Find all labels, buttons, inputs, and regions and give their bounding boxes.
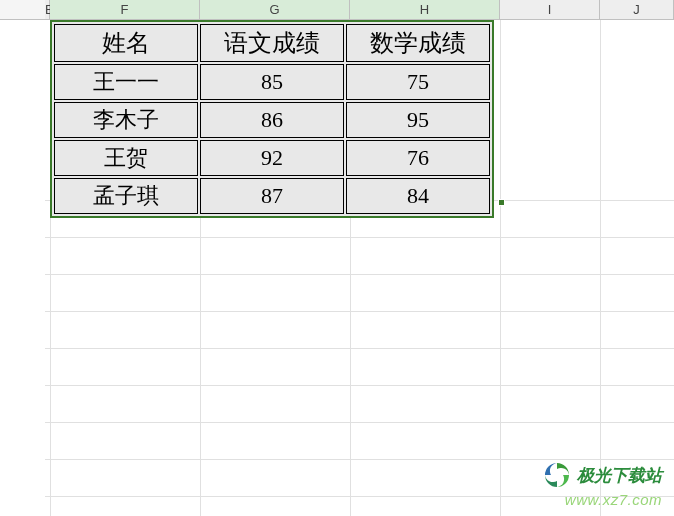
cell-name[interactable]: 王一一 — [54, 64, 198, 100]
column-headers: E F G H I J — [0, 0, 674, 20]
cell-chinese[interactable]: 86 — [200, 102, 344, 138]
cell-math[interactable]: 95 — [346, 102, 490, 138]
cell-name[interactable]: 李木子 — [54, 102, 198, 138]
swirl-icon — [541, 459, 573, 491]
table-header-row: 姓名 语文成绩 数学成绩 — [54, 24, 490, 62]
col-header-F[interactable]: F — [50, 0, 200, 19]
col-header-H[interactable]: H — [350, 0, 500, 19]
col-header-I[interactable]: I — [500, 0, 600, 19]
cell-chinese[interactable]: 87 — [200, 178, 344, 214]
watermark: 极光下载站 www.xz7.com — [541, 459, 662, 508]
spreadsheet[interactable]: E F G H I J 姓名 语文成绩 数学成绩 王一一 85 75 — [0, 0, 674, 516]
table-row: 李木子 86 95 — [54, 102, 490, 138]
col-header-G[interactable]: G — [200, 0, 350, 19]
header-name[interactable]: 姓名 — [54, 24, 198, 62]
cell-name[interactable]: 孟子琪 — [54, 178, 198, 214]
cell-math[interactable]: 76 — [346, 140, 490, 176]
header-math[interactable]: 数学成绩 — [346, 24, 490, 62]
table-row: 王贺 92 76 — [54, 140, 490, 176]
data-table[interactable]: 姓名 语文成绩 数学成绩 王一一 85 75 李木子 86 95 王贺 92 7… — [50, 20, 494, 218]
watermark-title: 极光下载站 — [577, 464, 662, 487]
header-chinese[interactable]: 语文成绩 — [200, 24, 344, 62]
table-row: 孟子琪 87 84 — [54, 178, 490, 214]
watermark-url: www.xz7.com — [541, 491, 662, 508]
cell-chinese[interactable]: 92 — [200, 140, 344, 176]
cell-name[interactable]: 王贺 — [54, 140, 198, 176]
table-row: 王一一 85 75 — [54, 64, 490, 100]
cell-chinese[interactable]: 85 — [200, 64, 344, 100]
cell-math[interactable]: 75 — [346, 64, 490, 100]
col-header-J[interactable]: J — [600, 0, 674, 19]
selection-fill-handle[interactable] — [498, 199, 505, 206]
cell-math[interactable]: 84 — [346, 178, 490, 214]
